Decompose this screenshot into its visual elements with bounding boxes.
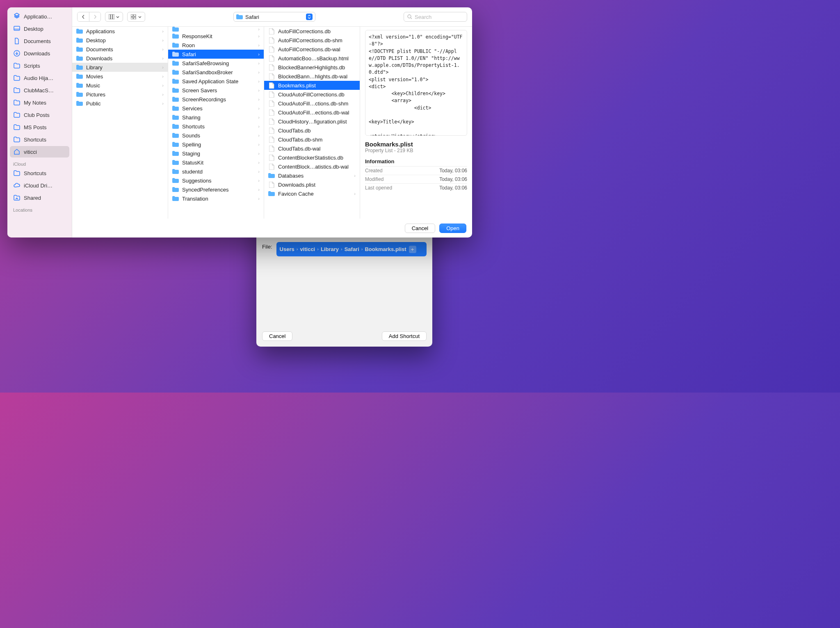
path-seg[interactable]: Bookmarks.plist bbox=[365, 244, 406, 254]
folder-row[interactable]: SafariSafeBrowsing› bbox=[168, 59, 264, 68]
forward-button[interactable] bbox=[89, 12, 100, 21]
file-row[interactable]: AutomaticBoo…sBackup.html bbox=[264, 54, 360, 63]
info-key: Created bbox=[365, 168, 383, 174]
file-row[interactable]: AutoFillCorrections.db-shm bbox=[264, 36, 360, 45]
sidebar-item[interactable]: Shared bbox=[10, 192, 69, 203]
folder-row[interactable]: Documents› bbox=[72, 45, 168, 54]
sidebar-item[interactable]: Scripts bbox=[10, 60, 69, 71]
folder-row[interactable]: Roon› bbox=[168, 41, 264, 50]
folder-row[interactable]: Reminders› bbox=[168, 27, 264, 32]
file-row[interactable]: CloudHistory…figuration.plist bbox=[264, 117, 360, 126]
svg-point-11 bbox=[408, 15, 411, 18]
file-row[interactable]: CloudAutoFillCorrections.db bbox=[264, 90, 360, 99]
folder-icon bbox=[172, 33, 179, 39]
column-1[interactable]: Applications›Desktop›Documents›Downloads… bbox=[72, 27, 168, 219]
cancel-button[interactable]: Cancel bbox=[262, 331, 292, 341]
folder-icon bbox=[172, 123, 179, 129]
file-row[interactable]: AutoFillCorrections.db bbox=[264, 27, 360, 36]
sidebar-item-label: My Notes bbox=[24, 100, 46, 106]
sidebar-item-label: Applicatio… bbox=[24, 14, 52, 20]
folder-row[interactable]: Suggestions› bbox=[168, 176, 264, 185]
folder-row[interactable]: studentd› bbox=[168, 167, 264, 176]
folder-row[interactable]: Spelling› bbox=[168, 140, 264, 149]
folder-row[interactable]: SafariSandboxBroker› bbox=[168, 68, 264, 77]
folder-row[interactable]: Staging› bbox=[168, 149, 264, 158]
file-row[interactable]: CloudAutoFill…ctions.db-shm bbox=[264, 99, 360, 108]
folder-row[interactable]: Favicon Cache› bbox=[264, 189, 360, 198]
chevron-right-icon: › bbox=[258, 124, 260, 129]
svg-line-12 bbox=[411, 18, 412, 19]
folder-row[interactable]: Library› bbox=[72, 63, 168, 72]
cancel-button[interactable]: Cancel bbox=[405, 224, 435, 233]
folder-icon bbox=[268, 173, 275, 178]
folder-row[interactable]: SyncedPreferences› bbox=[168, 185, 264, 194]
sidebar-item[interactable]: MS Posts bbox=[10, 121, 69, 133]
sidebar-item[interactable]: Documents bbox=[10, 35, 69, 47]
row-label: CloudHistory…figuration.plist bbox=[278, 119, 356, 125]
folder-row[interactable]: Downloads› bbox=[72, 54, 168, 63]
file-row[interactable]: CloudTabs.db bbox=[264, 126, 360, 135]
folder-row[interactable]: Music› bbox=[72, 81, 168, 90]
add-path-icon[interactable]: ＋ bbox=[409, 246, 416, 253]
file-row[interactable]: CloudAutoFill…ections.db-wal bbox=[264, 108, 360, 117]
chevron-right-icon: › bbox=[258, 52, 260, 57]
file-row[interactable]: CloudTabs.db-shm bbox=[264, 135, 360, 144]
folder-row[interactable]: Public› bbox=[72, 99, 168, 108]
path-seg[interactable]: Users bbox=[280, 244, 294, 254]
group-button[interactable] bbox=[127, 12, 145, 22]
sidebar-item[interactable]: Audio Hija… bbox=[10, 72, 69, 84]
folder-row[interactable]: Applications› bbox=[72, 27, 168, 36]
folder-row[interactable]: Safari› bbox=[168, 50, 264, 59]
sidebar-item[interactable]: My Notes bbox=[10, 97, 69, 108]
sidebar-item[interactable]: Applicatio… bbox=[10, 11, 69, 22]
folder-row[interactable]: Services› bbox=[168, 104, 264, 113]
sidebar-item[interactable]: ClubMacS… bbox=[10, 84, 69, 96]
folder-row[interactable]: ScreenRecordings› bbox=[168, 95, 264, 104]
sidebar-item[interactable]: Desktop bbox=[10, 23, 69, 34]
folder-row[interactable]: Saved Application State› bbox=[168, 77, 264, 86]
open-button[interactable]: Open bbox=[439, 224, 466, 233]
view-mode-button[interactable] bbox=[105, 12, 123, 22]
folder-row[interactable]: Sounds› bbox=[168, 131, 264, 140]
file-row[interactable]: Bookmarks.plist bbox=[264, 81, 360, 90]
folder-row[interactable]: Sharing› bbox=[168, 113, 264, 122]
cloud-icon bbox=[13, 182, 21, 189]
add-shortcut-button[interactable]: Add Shortcut bbox=[382, 331, 427, 341]
file-icon bbox=[268, 64, 275, 70]
sidebar-item[interactable]: Shortcuts bbox=[10, 134, 69, 145]
file-row[interactable]: ContentBlockerStatistics.db bbox=[264, 153, 360, 162]
folder-row[interactable]: Translation› bbox=[168, 194, 264, 203]
chevron-right-icon: › bbox=[258, 34, 260, 39]
sidebar-item[interactable]: Shortcuts bbox=[10, 167, 69, 179]
path-seg[interactable]: viticci bbox=[300, 244, 315, 254]
sidebar-item[interactable]: viticci bbox=[10, 146, 69, 158]
column-3[interactable]: AutoFillCorrections.dbAutoFillCorrection… bbox=[264, 27, 360, 219]
file-row[interactable]: ContentBlock…atistics.db-wal bbox=[264, 162, 360, 171]
column-browser: Applications›Desktop›Documents›Downloads… bbox=[72, 27, 472, 219]
folder-row[interactable]: ResponseKit› bbox=[168, 32, 264, 41]
file-row[interactable]: BlockedBann…hlights.db-wal bbox=[264, 72, 360, 81]
file-path-editor[interactable]: Users› viticci› Library› Safari› Bookmar… bbox=[276, 242, 427, 256]
folder-row[interactable]: Pictures› bbox=[72, 90, 168, 99]
sidebar-item[interactable]: Club Posts bbox=[10, 109, 69, 121]
folder-row[interactable]: Screen Savers› bbox=[168, 86, 264, 95]
file-row[interactable]: CloudTabs.db-wal bbox=[264, 144, 360, 153]
folder-row[interactable]: StatusKit› bbox=[168, 158, 264, 167]
path-seg[interactable]: Safari bbox=[345, 244, 359, 254]
path-popup[interactable]: Safari bbox=[233, 12, 315, 22]
file-row[interactable]: BlockedBannerHighlights.db bbox=[264, 63, 360, 72]
folder-row[interactable]: Movies› bbox=[72, 72, 168, 81]
path-seg[interactable]: Library bbox=[321, 244, 339, 254]
sidebar-item[interactable]: iCloud Dri… bbox=[10, 180, 69, 191]
sidebar-item[interactable]: Downloads bbox=[10, 48, 69, 59]
folder-row[interactable]: Desktop› bbox=[72, 36, 168, 45]
folder-icon bbox=[236, 14, 243, 20]
back-button[interactable] bbox=[78, 12, 89, 21]
column-2[interactable]: Reminders›ResponseKit›Roon›Safari›Safari… bbox=[168, 27, 264, 219]
search-field[interactable]: Search bbox=[404, 12, 467, 22]
file-row[interactable]: Downloads.plist bbox=[264, 180, 360, 189]
folder-row[interactable]: Shortcuts› bbox=[168, 122, 264, 131]
file-row[interactable]: AutoFillCorrections.db-wal bbox=[264, 45, 360, 54]
preview-content: <?xml version="1.0" encoding="UTF-8"?> <… bbox=[365, 30, 467, 136]
folder-row[interactable]: Databases› bbox=[264, 171, 360, 180]
